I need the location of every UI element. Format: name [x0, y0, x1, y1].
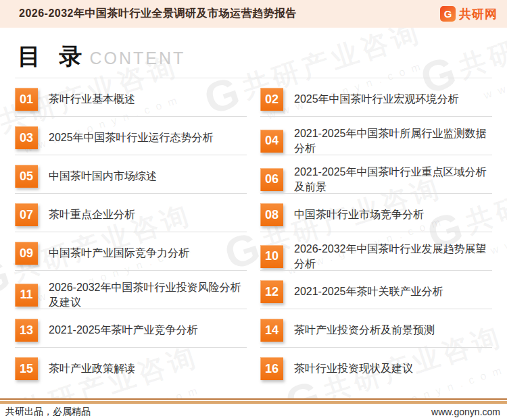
toc-item-number: 08: [260, 203, 283, 226]
toc-item-number: 11: [15, 284, 38, 307]
toc-item-number: 03: [15, 126, 38, 149]
toc-page: 目 录 CONTENT 01 茶叶行业基本概述 02 2025年中国茶叶行业宏观…: [0, 28, 507, 398]
toc-item-label: 茶叶产业政策解读: [49, 361, 135, 376]
toc-item-label: 2021-2025年茶叶关联产业分析: [294, 284, 443, 299]
footer-url-link[interactable]: www.gonyn.com: [431, 406, 500, 417]
toc-item-number: 01: [15, 88, 38, 111]
toc-item-label: 茶叶行业基本概述: [49, 92, 135, 107]
toc-item-label: 2021-2025年茶叶产业竞争分析: [49, 323, 198, 338]
toc-item-label: 2025年中国茶叶行业运行态势分析: [49, 130, 214, 145]
toc-item-label: 2026-2032年中国茶叶行业投资风险分析及建议: [49, 280, 247, 309]
header-bar: 2026-2032年中国茶叶行业全景调研及市场运营趋势报告 G 共研网: [0, 0, 507, 28]
toc-item-number: 06: [260, 168, 283, 191]
report-title: 2026-2032年中国茶叶行业全景调研及市场运营趋势报告: [19, 7, 297, 21]
toc-item-label: 茶叶产业投资分析及前景预测: [294, 323, 435, 338]
logo-g-icon: G: [440, 6, 456, 22]
toc-item-16[interactable]: 16 茶叶行业投资现状及建议: [260, 357, 492, 396]
toc-item-number: 04: [260, 130, 283, 153]
toc-item-15[interactable]: 15 茶叶产业政策解读: [15, 357, 247, 396]
toc-subtitle: CONTENT: [89, 49, 185, 68]
toc-item-number: 02: [260, 88, 283, 111]
toc-item-number: 12: [260, 280, 283, 303]
toc-item-number: 16: [260, 357, 283, 380]
toc-item-number: 05: [15, 165, 38, 188]
toc-item-02[interactable]: 02 2025年中国茶叶行业宏观环境分析: [260, 88, 492, 126]
toc-item-06[interactable]: 06 2021-2025年中国茶叶行业重点区域分析及前景: [260, 165, 492, 203]
toc-heading-rule: [15, 78, 492, 78]
footer: 共研出品，必属精品 www.gonyn.com: [0, 398, 507, 420]
toc-item-04[interactable]: 04 2021-2025年中国茶叶所属行业监测数据分析: [260, 126, 492, 165]
toc-item-number: 10: [260, 245, 283, 268]
toc-item-14[interactable]: 14 茶叶产业投资分析及前景预测: [260, 319, 492, 357]
toc-item-label: 中国茶叶行业市场竞争分析: [294, 207, 424, 222]
toc-item-07[interactable]: 07 茶叶重点企业分析: [15, 203, 247, 242]
toc-item-11[interactable]: 11 2026-2032年中国茶叶行业投资风险分析及建议: [15, 280, 247, 319]
toc-item-label: 中国茶叶产业国际竞争力分析: [49, 246, 189, 261]
brand-logo[interactable]: G 共研网: [440, 6, 498, 22]
toc-item-number: 13: [15, 319, 38, 342]
toc-item-01[interactable]: 01 茶叶行业基本概述: [15, 88, 247, 126]
toc-item-09[interactable]: 09 中国茶叶产业国际竞争力分析: [15, 242, 247, 280]
toc-grid: 01 茶叶行业基本概述 02 2025年中国茶叶行业宏观环境分析 03 2025…: [15, 88, 492, 396]
toc-item-label: 2021-2025年中国茶叶所属行业监测数据分析: [294, 126, 492, 155]
toc-item-label: 2021-2025年中国茶叶行业重点区域分析及前景: [294, 165, 492, 194]
toc-item-10[interactable]: 10 2026-2032年中国茶叶行业发展趋势展望分析: [260, 242, 492, 280]
toc-item-08[interactable]: 08 中国茶叶行业市场竞争分析: [260, 203, 492, 242]
toc-item-label: 中国茶叶国内市场综述: [49, 169, 157, 184]
toc-item-label: 茶叶重点企业分析: [49, 207, 135, 222]
toc-heading: 目 录 CONTENT: [18, 41, 492, 72]
toc-item-number: 15: [15, 357, 38, 380]
toc-item-13[interactable]: 13 2021-2025年茶叶产业竞争分析: [15, 319, 247, 357]
toc-item-12[interactable]: 12 2021-2025年茶叶关联产业分析: [260, 280, 492, 319]
toc-title: 目 录: [18, 41, 88, 72]
toc-item-number: 07: [15, 203, 38, 226]
footer-slogan: 共研出品，必属精品: [5, 406, 91, 418]
toc-item-label: 茶叶行业投资现状及建议: [294, 361, 413, 376]
logo-text: 共研网: [459, 6, 498, 22]
toc-item-label: 2025年中国茶叶行业宏观环境分析: [294, 92, 459, 107]
toc-item-number: 14: [260, 319, 283, 342]
toc-item-label: 2026-2032年中国茶叶行业发展趋势展望分析: [294, 242, 492, 271]
toc-item-03[interactable]: 03 2025年中国茶叶行业运行态势分析: [15, 126, 247, 165]
toc-item-05[interactable]: 05 中国茶叶国内市场综述: [15, 165, 247, 203]
toc-item-number: 09: [15, 242, 38, 265]
